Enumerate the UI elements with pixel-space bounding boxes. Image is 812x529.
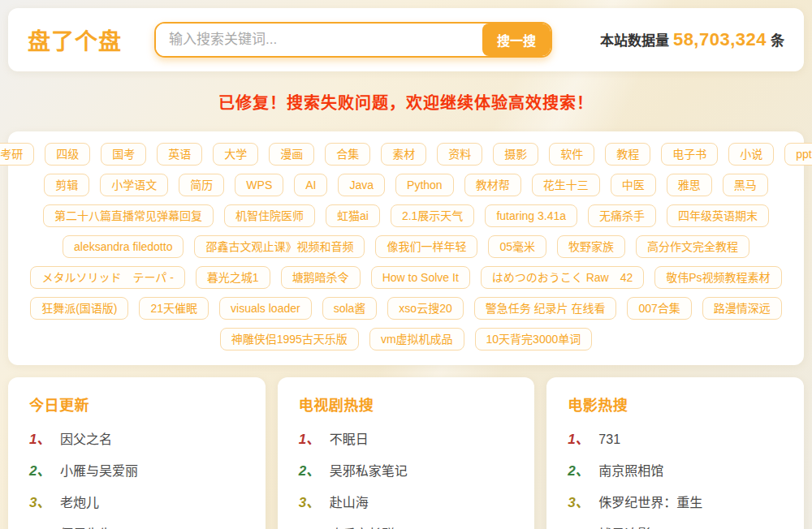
search-bar: 搜一搜 [154,22,552,58]
tag[interactable]: 像我们一样年轻 [375,235,477,258]
tag[interactable]: Java [338,174,385,196]
tag[interactable]: 05毫米 [488,235,546,258]
tag[interactable]: 资料 [437,143,482,166]
tag[interactable]: AI [294,174,327,196]
tag[interactable]: 雅思 [667,174,712,196]
tag[interactable]: 合集 [325,143,370,166]
tag-row: 神雕侠侣1995古天乐版vm虚拟机成品10天背完3000单词 [21,328,791,351]
tag[interactable]: 警急任务 纪录片 在线看 [474,297,617,320]
tag[interactable]: 21天催眠 [139,297,209,320]
tag[interactable]: 塘鹅暗杀令 [281,266,361,289]
list-item-link[interactable]: 老炮儿 [60,496,99,510]
tag[interactable]: 花生十三 [532,174,600,196]
tag[interactable]: 国考 [101,143,146,166]
tag[interactable]: 高分作文完全教程 [636,235,749,258]
panel-tv-hot-search: 电视剧热搜 1、不眠日2、吴邪私家笔记3、赴山海4、欢乐家长群2 [278,377,535,529]
list-item-link[interactable]: 赴山海 [330,496,369,510]
tag[interactable]: 牧野家族 [557,235,625,258]
tag[interactable]: aleksandra filedotto [63,235,184,258]
site-stats: 本站数据量 58,703,324 条 [600,29,784,50]
tag[interactable]: 大学 [213,143,258,166]
stats-suffix: 条 [771,29,784,49]
tag[interactable]: 机智住院医师 [224,204,315,227]
tag-row: aleksandra filedotto邵鑫古文观止课》视频和音频像我们一样年轻… [21,235,791,258]
site-logo[interactable]: 盘了个盘 [28,24,122,56]
tag[interactable]: Python [395,174,454,196]
tag[interactable]: はめつのおうこく Raw 42 [481,266,644,289]
rank-number: 3、 [299,496,330,510]
tag[interactable]: ppt [784,143,812,166]
tag[interactable]: 暮光之城1 [196,266,270,289]
list-item: 3、老炮儿 [29,496,244,510]
hot-panels: 今日更新 1、因父之名2、小雁与吴爱丽3、老炮儿4、僵尸先生 电视剧热搜 1、不… [8,377,804,529]
tag[interactable]: 神雕侠侣1995古天乐版 [220,328,359,351]
tag[interactable]: 黑马 [723,174,768,196]
list-item: 1、731 [568,432,783,447]
tag[interactable]: 素材 [381,143,426,166]
tag[interactable]: 漫画 [269,143,314,166]
tag[interactable]: 剪辑 [44,174,89,196]
tag-row: 第二十八篇直播常见弹幕回复机智住院医师虹猫ai2.1展示天气futaring 3… [21,204,791,227]
rank-number: 3、 [29,496,60,510]
tag[interactable]: WPS [235,174,283,196]
panel-today-updates: 今日更新 1、因父之名2、小雁与吴爱丽3、老炮儿4、僵尸先生 [8,377,266,529]
tag[interactable]: 邵鑫古文观止课》视频和音频 [194,235,365,258]
tag[interactable]: 小学语文 [100,174,168,196]
list-item-link[interactable]: 南京照相馆 [598,464,663,479]
list-item: 2、南京照相馆 [568,464,783,479]
panel-list: 1、7312、南京照相馆3、侏罗纪世界：重生4、捕风追影 [568,432,783,529]
tag[interactable]: 软件 [549,143,594,166]
tag-row: 狂舞派(国语版)21天催眠visuals loadersola酱xso云搜20警… [21,297,791,320]
tag[interactable]: 敬伟Ps视频教程素材 [654,266,781,289]
tag[interactable]: 无痛杀手 [588,204,656,227]
tag[interactable]: 10天背完3000单词 [475,328,593,351]
list-item-link[interactable]: 因父之名 [60,432,112,447]
list-item: 3、赴山海 [299,496,514,510]
header: 盘了个盘 搜一搜 本站数据量 58,703,324 条 [8,8,804,71]
rank-number: 1、 [299,432,330,447]
rank-number: 1、 [29,432,60,447]
list-item: 2、吴邪私家笔记 [299,464,514,479]
tag[interactable]: 小说 [728,143,774,166]
tag[interactable]: 四年级英语期末 [667,204,769,227]
tag[interactable]: 狂舞派(国语版) [30,297,128,320]
tag[interactable]: sola酱 [322,297,378,320]
tag[interactable]: 摄影 [493,143,538,166]
list-item-link[interactable]: 侏罗纪世界：重生 [598,496,702,510]
tag[interactable]: 教材帮 [464,174,521,196]
tag[interactable]: futaring 3.41a [485,204,577,227]
tag[interactable]: vm虚拟机成品 [369,328,464,351]
list-item-link[interactable]: 吴邪私家笔记 [330,464,408,479]
tag[interactable]: 虹猫ai [326,204,380,227]
tag[interactable]: 第二十八篇直播常见弹幕回复 [43,204,214,227]
tag[interactable]: 英语 [157,143,202,166]
list-item: 3、侏罗纪世界：重生 [568,496,783,510]
tag[interactable]: xso云搜20 [387,297,463,320]
rank-number: 2、 [299,464,330,479]
panel-title: 今日更新 [29,394,244,415]
tag[interactable]: 四级 [45,143,90,166]
rank-number: 3、 [568,496,598,510]
panel-list: 1、因父之名2、小雁与吴爱丽3、老炮儿4、僵尸先生 [29,432,244,529]
tag[interactable]: How to Solve It [371,266,470,289]
tag[interactable]: 007合集 [627,297,691,320]
tag[interactable]: 电子书 [661,143,718,166]
panel-title: 电视剧热搜 [299,394,514,415]
tag[interactable]: 考研 [0,143,34,166]
tag[interactable]: 路漫情深远 [702,297,782,320]
list-item-link[interactable]: 小雁与吴爱丽 [60,464,138,479]
tag[interactable]: メタルソリッド テーパ - [30,266,184,289]
search-input[interactable] [156,24,482,56]
panel-list: 1、不眠日2、吴邪私家笔记3、赴山海4、欢乐家长群2 [299,432,514,529]
search-button[interactable]: 搜一搜 [482,24,551,56]
list-item: 1、不眠日 [299,432,514,447]
list-item-link[interactable]: 不眠日 [330,432,369,447]
list-item-link[interactable]: 731 [598,432,620,447]
stats-count: 58,703,324 [673,29,767,50]
tag[interactable]: 简历 [179,174,224,196]
tag[interactable]: 2.1展示天气 [391,204,474,227]
tag[interactable]: 教程 [605,143,650,166]
tag-cloud: 考研四级国考英语大学漫画合集素材资料摄影软件教程电子书小说ppt剪辑小学语文简历… [8,131,804,365]
tag[interactable]: visuals loader [219,297,312,320]
tag[interactable]: 中医 [611,174,656,196]
